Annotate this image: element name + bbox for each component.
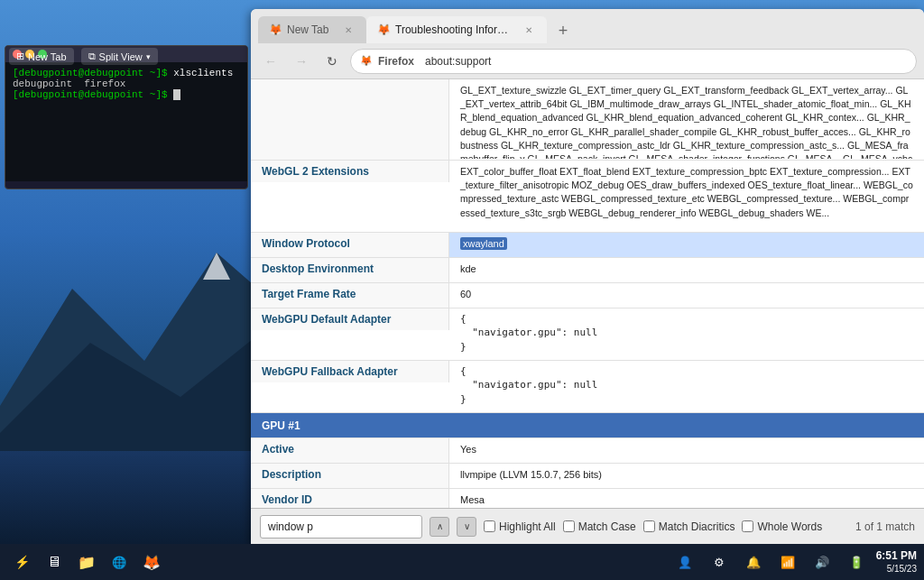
cell-value-webgpu-fallback: { "navigator.gpu": null } <box>449 361 924 410</box>
match-case-label: Match Case <box>578 520 636 533</box>
table-row-active: Active Yes <box>251 438 924 464</box>
clock-time: 6:51 PM <box>876 548 917 564</box>
match-case-group[interactable]: Match Case <box>563 520 636 533</box>
table-row-window-protocol: Window Protocol xwayland <box>251 233 924 258</box>
webgpu-fallback-line2: "navigator.gpu": null <box>460 378 913 391</box>
cell-label-webgl2: WebGL 2 Extensions <box>251 161 449 182</box>
cell-label-gl <box>251 79 449 160</box>
terminal-line-1: [debugpoint@debugpoint ~]$ xlsclients <box>13 68 240 78</box>
chevron-down-icon: ▾ <box>146 52 151 61</box>
match-diacritics-group[interactable]: Match Diacritics <box>643 520 735 533</box>
terminal-line-2: debugpoint firefox <box>13 78 240 89</box>
split-view-btn[interactable]: ⧉ Split View ▾ <box>81 48 158 65</box>
address-url: about:support <box>425 55 491 68</box>
taskbar-user-icon[interactable]: 👤 <box>670 548 699 576</box>
tab-new-tab-close[interactable]: ✕ <box>341 23 356 37</box>
tab-firefox-icon-2: 🦊 <box>377 23 390 36</box>
table-row-webgpu-default: WebGPU Default Adapter { "navigator.gpu"… <box>251 308 924 361</box>
new-tab-button[interactable]: + <box>550 18 576 43</box>
taskbar-icon-firefox[interactable]: 🦊 <box>137 548 166 576</box>
webgpu-fallback-line3: } <box>460 392 913 406</box>
webgpu-default-line2: "navigator.gpu": null <box>460 326 913 339</box>
cell-value-webgpu-default: { "navigator.gpu": null } <box>449 308 924 357</box>
taskbar-right: 👤 ⚙ 🔔 📶 🔊 🔋 6:51 PM 5/15/23 <box>670 548 917 576</box>
cell-value-gl: GL_EXT_texture_swizzle GL_EXT_timer_quer… <box>449 79 924 159</box>
table-row-gl-extensions: GL_EXT_texture_swizzle GL_EXT_timer_quer… <box>251 79 924 161</box>
cell-label-webgpu-default: WebGPU Default Adapter <box>251 308 449 330</box>
match-diacritics-checkbox[interactable] <box>643 520 655 532</box>
cell-label-frame-rate: Target Frame Rate <box>251 283 449 308</box>
highlight-all-label: Highlight All <box>499 520 556 533</box>
tab-troubleshooting[interactable]: 🦊 Troubleshooting Informati ✕ <box>366 16 547 43</box>
cell-value-desktop-env: kde <box>449 258 924 282</box>
taskbar-network-icon[interactable]: 📶 <box>773 548 802 576</box>
tab-new-tab[interactable]: 🦊 New Tab ✕ <box>258 16 366 43</box>
cell-value-frame-rate: 60 <box>449 283 924 308</box>
cell-value-active: Yes <box>449 438 924 463</box>
terminal-body: [debugpoint@debugpoint ~]$ xlsclients de… <box>5 62 247 181</box>
highlight-all-checkbox[interactable] <box>484 520 495 532</box>
cell-value-vendor-id: Mesa <box>449 489 924 508</box>
webgpu-fallback-line1: { <box>460 364 913 378</box>
taskbar-icon-browser[interactable]: 🌐 <box>105 548 134 576</box>
address-bar[interactable]: 🦊 Firefox about:support <box>350 49 917 74</box>
whole-words-label: Whole Words <box>757 520 822 533</box>
tab-troubleshooting-close[interactable]: ✕ <box>522 23 536 37</box>
taskbar-icon-terminal[interactable]: 🖥 <box>40 548 69 576</box>
taskbar-notifications-icon[interactable]: 🔔 <box>739 548 768 576</box>
cell-label-window-protocol: Window Protocol <box>251 233 449 257</box>
forward-button[interactable]: → <box>289 49 314 74</box>
findbar: ∧ ∨ Highlight All Match Case Match Diacr… <box>251 508 924 544</box>
find-input[interactable] <box>260 515 422 539</box>
cell-label-active: Active <box>251 438 449 463</box>
browser-window: 🦊 New Tab ✕ 🦊 Troubleshooting Informati … <box>251 9 924 544</box>
cell-value-description: llvmpipe (LLVM 15.0.7, 256 bits) <box>449 464 924 488</box>
tab-bar: 🦊 New Tab ✕ 🦊 Troubleshooting Informati … <box>258 9 917 43</box>
tab-new-tab-label: New Tab <box>287 23 336 36</box>
find-result: 1 of 1 match <box>855 520 915 533</box>
whole-words-group[interactable]: Whole Words <box>742 520 822 533</box>
match-case-checkbox[interactable] <box>563 520 575 532</box>
taskbar-clock: 6:51 PM 5/15/23 <box>876 548 917 576</box>
navbar: ← → ↻ 🦊 Firefox about:support <box>251 43 924 79</box>
gpu-section-title: GPU #1 <box>262 419 300 432</box>
taskbar-settings-icon[interactable]: ⚙ <box>705 548 734 576</box>
taskbar-icon-apps[interactable]: ⚡ <box>7 548 36 576</box>
taskbar-icon-files[interactable]: 📁 <box>72 548 101 576</box>
table-row-webgl2: WebGL 2 Extensions EXT_color_buffer_floa… <box>251 161 924 233</box>
highlight-all-group[interactable]: Highlight All <box>484 520 556 533</box>
find-prev-button[interactable]: ∧ <box>430 517 449 537</box>
terminal-window: [debugpoint@debugpoint ~]$ xlsclients de… <box>5 45 248 189</box>
cell-value-webgl2: EXT_color_buffer_float EXT_float_blend E… <box>449 161 924 225</box>
reload-button[interactable]: ↻ <box>319 49 345 74</box>
cell-label-webgpu-fallback: WebGPU Fallback Adapter <box>251 361 449 382</box>
terminal-line-3: [debugpoint@debugpoint ~]$ <box>13 89 240 100</box>
new-tab-icon: ⊞ <box>16 51 24 62</box>
new-tab-panel-btn[interactable]: ⊞ New Tab <box>9 48 74 65</box>
cell-value-window-protocol: xwayland <box>449 233 924 257</box>
split-view-icon: ⧉ <box>88 51 96 62</box>
page-content: GL_EXT_texture_swizzle GL_EXT_timer_quer… <box>251 79 924 544</box>
table-row-description: Description llvmpipe (LLVM 15.0.7, 256 b… <box>251 464 924 489</box>
webgpu-default-line1: { <box>460 312 913 326</box>
find-next-button[interactable]: ∨ <box>457 517 476 537</box>
cell-label-description: Description <box>251 464 449 488</box>
xwayland-value: xwayland <box>460 237 507 250</box>
site-icon: 🦊 <box>360 55 373 68</box>
taskbar-battery-icon[interactable]: 🔋 <box>842 548 871 576</box>
table-row-desktop-env: Desktop Environment kde <box>251 258 924 283</box>
webgpu-default-line3: } <box>460 340 913 354</box>
top-panel: ⊞ New Tab ⧉ Split View ▾ <box>9 48 158 65</box>
support-table: GL_EXT_texture_swizzle GL_EXT_timer_quer… <box>251 79 924 508</box>
new-tab-panel-label: New Tab <box>28 51 67 62</box>
taskbar: ⚡ 🖥 📁 🌐 🦊 👤 ⚙ 🔔 📶 🔊 🔋 6:51 PM 5/15/23 <box>0 544 924 580</box>
table-row-vendor-id: Vendor ID Mesa <box>251 489 924 508</box>
gpu-section-header: GPU #1 <box>251 413 924 438</box>
taskbar-volume-icon[interactable]: 🔊 <box>808 548 836 576</box>
whole-words-checkbox[interactable] <box>742 520 753 532</box>
brand-name: Firefox <box>378 55 414 68</box>
clock-date: 5/15/23 <box>876 563 917 575</box>
back-button[interactable]: ← <box>258 49 283 74</box>
split-view-label: Split View <box>99 51 143 62</box>
match-diacritics-label: Match Diacritics <box>659 520 735 533</box>
